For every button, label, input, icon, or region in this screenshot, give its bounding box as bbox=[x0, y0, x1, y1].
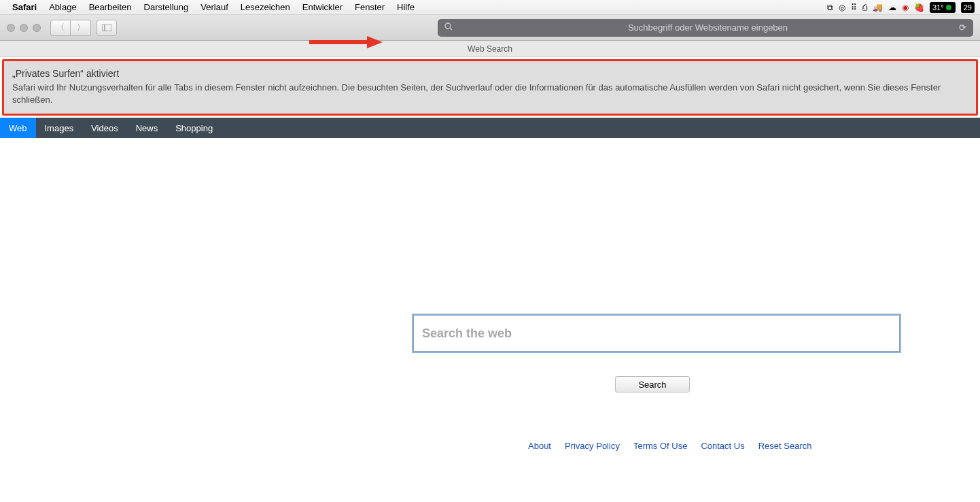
reload-icon[interactable]: ⟳ bbox=[959, 22, 966, 33]
tray-counter[interactable]: 29 bbox=[961, 2, 975, 13]
tab-videos[interactable]: Videos bbox=[82, 118, 127, 138]
tray-icon[interactable]: ⧉ bbox=[827, 3, 833, 12]
svg-line-3 bbox=[450, 28, 452, 30]
private-browsing-banner: „Privates Surfen“ aktiviert Safari wird … bbox=[2, 59, 978, 116]
minimize-window[interactable] bbox=[20, 24, 28, 32]
tray-icon[interactable]: 🍓 bbox=[914, 3, 924, 12]
tray-icon[interactable]: ⎙ bbox=[862, 3, 867, 12]
footer-terms[interactable]: Terms Of Use bbox=[633, 441, 687, 451]
sidebar-toggle-button[interactable] bbox=[97, 20, 117, 36]
private-banner-body: Safari wird Ihr Nutzungsverhalten für al… bbox=[12, 82, 968, 105]
zoom-window[interactable] bbox=[33, 24, 41, 32]
tray-icon[interactable]: 🚚 bbox=[873, 3, 883, 12]
private-browsing-banner-highlight: „Privates Surfen“ aktiviert Safari wird … bbox=[0, 57, 980, 118]
browser-toolbar: 〈 〉 Suchbegriff oder Websitename eingebe… bbox=[0, 15, 980, 41]
nav-back-forward: 〈 〉 bbox=[50, 20, 91, 36]
system-tray: ⧉ ◎ ⠿ ⎙ 🚚 ☁ ◉ 🍓 31° 29 bbox=[827, 2, 975, 13]
tab-web[interactable]: Web bbox=[0, 118, 36, 138]
menu-entwickler[interactable]: Entwickler bbox=[302, 2, 343, 12]
tray-icon[interactable]: ⠿ bbox=[851, 3, 857, 12]
search-input[interactable] bbox=[413, 315, 900, 352]
tray-icon[interactable]: ◎ bbox=[839, 3, 845, 12]
tab-images[interactable]: Images bbox=[36, 118, 83, 138]
footer-links: About Privacy Policy Terms Of Use Contac… bbox=[528, 441, 811, 451]
svg-point-2 bbox=[445, 23, 451, 29]
footer-contact[interactable]: Contact Us bbox=[701, 441, 744, 451]
svg-rect-0 bbox=[102, 24, 111, 31]
back-button[interactable]: 〈 bbox=[50, 20, 71, 36]
window-controls bbox=[7, 24, 41, 32]
app-menu[interactable]: Safari bbox=[12, 2, 37, 12]
search-button[interactable]: Search bbox=[615, 376, 690, 392]
menu-darstellung[interactable]: Darstellung bbox=[144, 2, 189, 12]
tray-icon[interactable]: ☁ bbox=[888, 3, 896, 12]
menu-hilfe[interactable]: Hilfe bbox=[397, 2, 415, 12]
address-bar[interactable]: Suchbegriff oder Websitename eingeben ⟳ bbox=[438, 19, 973, 37]
tray-record-icon[interactable]: ◉ bbox=[902, 3, 909, 12]
sidebar-icon bbox=[102, 24, 111, 31]
tab-title: Web Search bbox=[0, 41, 980, 57]
footer-reset[interactable]: Reset Search bbox=[758, 441, 812, 451]
menu-ablage[interactable]: Ablage bbox=[49, 2, 76, 12]
search-icon bbox=[444, 22, 453, 33]
tray-temperature[interactable]: 31° bbox=[930, 2, 956, 13]
private-banner-title: „Privates Surfen“ aktiviert bbox=[12, 68, 968, 79]
menu-lesezeichen[interactable]: Lesezeichen bbox=[241, 2, 290, 12]
close-window[interactable] bbox=[7, 24, 15, 32]
footer-about[interactable]: About bbox=[528, 441, 551, 451]
menu-verlauf[interactable]: Verlauf bbox=[200, 2, 228, 12]
menu-bearbeiten[interactable]: Bearbeiten bbox=[89, 2, 132, 12]
tab-shopping[interactable]: Shopping bbox=[167, 118, 222, 138]
address-placeholder: Suchbegriff oder Websitename eingeben bbox=[457, 22, 959, 33]
tab-news[interactable]: News bbox=[127, 118, 167, 138]
footer-privacy[interactable]: Privacy Policy bbox=[565, 441, 620, 451]
search-category-tabs: Web Images Videos News Shopping bbox=[0, 118, 980, 138]
menu-fenster[interactable]: Fenster bbox=[355, 2, 385, 12]
mac-menubar: Safari Ablage Bearbeiten Darstellung Ver… bbox=[0, 0, 980, 15]
search-page: Search About Privacy Policy Terms Of Use… bbox=[0, 138, 980, 502]
forward-button[interactable]: 〉 bbox=[71, 20, 91, 36]
